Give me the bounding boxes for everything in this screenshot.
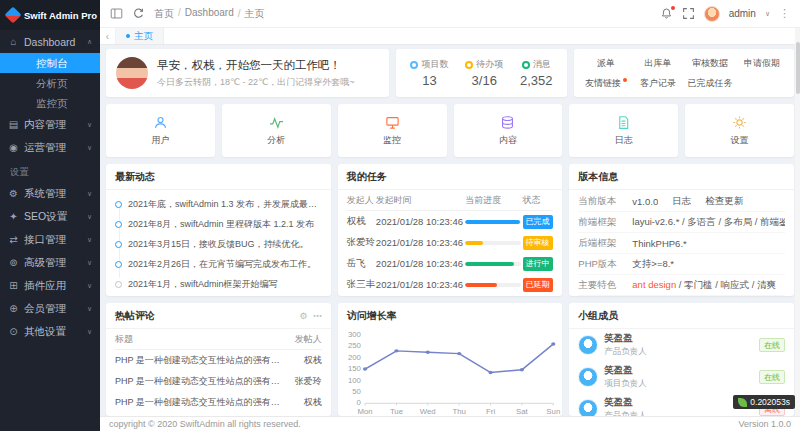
status-badge: 已完成	[523, 215, 553, 229]
sidebar-item-seo[interactable]: ✦ SEO设置 ∨	[0, 205, 100, 228]
username[interactable]: admin	[729, 8, 756, 19]
column-header: 标题	[115, 329, 288, 350]
more-options-icon[interactable]: ⋮	[779, 7, 790, 20]
quick-link[interactable]: 已完成任务	[684, 77, 736, 90]
table-row[interactable]: PHP 是一种创建动态交互性站点的强有力的服务器端脚本语言张爱玲	[115, 371, 322, 392]
news-item[interactable]: 2021年2月26日，在元宵节编写完成发布工作。	[115, 254, 322, 274]
table-row[interactable]: 张爱玲2021/01/28 10:23:46 待审核	[347, 232, 554, 253]
table-row[interactable]: PHP 是一种创建动态交互性站点的强有力的服务器端脚本语言权栈	[115, 392, 322, 413]
news-item[interactable]: 2021年3月15日，接收反馈BUG，持续优化。	[115, 234, 322, 254]
sidebar-item-label: 高级管理	[24, 256, 66, 270]
notifications-button[interactable]	[660, 7, 673, 20]
breadcrumb: 首页 Dashboard 主页	[154, 7, 264, 21]
fullscreen-icon[interactable]	[682, 7, 695, 20]
quick-link-friend-links[interactable]: 友情链接	[580, 77, 632, 90]
news-item[interactable]: 2021年1月，swiftAdmin框架开始编写	[115, 274, 322, 294]
table-row[interactable]: 岳飞2021/01/28 10:23:46 进行中	[347, 253, 554, 274]
sidebar-subitem-monitor[interactable]: 监控页	[0, 93, 100, 113]
sidebar-subitem-console[interactable]: 控制台	[0, 53, 100, 73]
logo-icon	[5, 7, 22, 24]
table-row[interactable]: 乔峰2021/01/28 10:23:45 未开始	[347, 295, 554, 296]
news-card-title: 最新动态	[106, 164, 331, 190]
sidebar-item-other[interactable]: ⊙ 其他设置 ∨	[0, 320, 100, 343]
sidebar-item-advanced[interactable]: ⊚ 高级管理 ∨	[0, 251, 100, 274]
shortcut-analysis[interactable]: 分析	[222, 104, 331, 157]
sidebar-item-content-mgmt[interactable]: ▤ 内容管理 ∨	[0, 113, 100, 136]
table-row[interactable]: 权栈2021/01/28 10:23:46 已完成	[347, 211, 554, 233]
status-badge: 已延期	[523, 278, 553, 292]
sidebar-item-plugins[interactable]: ⊞ 插件应用 ∨	[0, 274, 100, 297]
timeline-dot-icon	[115, 281, 122, 288]
quick-link[interactable]: 申请假期	[736, 57, 788, 70]
sidebar-item-system[interactable]: ⚙ 系统管理 ∨	[0, 182, 100, 205]
caret-down-icon: ∨	[765, 10, 770, 18]
seo-icon: ✦	[8, 211, 19, 222]
sidebar-item-api[interactable]: ⇄ 接口管理 ∨	[0, 228, 100, 251]
member-avatar	[578, 399, 598, 416]
sidebar: Swift Admin Pro ⌂ Dashboard ∧ 控制台 分析页 监控…	[0, 0, 100, 431]
profile-avatar[interactable]	[116, 57, 148, 89]
news-item[interactable]: 2021年底，swiftAdmin 1.3 发布，并发展成最受欢迎的极速开发框架…	[115, 194, 322, 214]
svg-text:Tue: Tue	[390, 409, 403, 416]
chevron-down-icon: ∨	[87, 236, 92, 244]
red-dot-badge	[623, 78, 627, 82]
scrollbar-thumb[interactable]	[796, 42, 800, 94]
sidebar-item-members[interactable]: ⊕ 会员管理 ∨	[0, 297, 100, 320]
chevron-down-icon: ∨	[87, 144, 92, 152]
collapse-sidebar-icon[interactable]	[110, 7, 123, 20]
topbar: 首页 Dashboard 主页 admin ∨ ⋮	[100, 0, 800, 28]
tasks-table: 发起人 发起时间 当前进度 状态 权栈2021/01/28 10:23:46 已…	[347, 190, 554, 296]
scrollbar[interactable]	[795, 28, 800, 431]
changelog-link[interactable]: 日志	[672, 195, 691, 208]
tasks-card-title: 我的任务	[338, 164, 563, 190]
sidebar-item-label: 运营管理	[24, 141, 66, 155]
member-avatar	[578, 367, 598, 387]
svg-text:50: 50	[352, 389, 361, 396]
breadcrumb-dashboard[interactable]: Dashboard	[178, 7, 234, 21]
column-header: 当前进度	[465, 190, 522, 211]
shortcut-logs[interactable]: 日志	[569, 104, 678, 157]
gear-icon[interactable]: ⚙	[300, 311, 308, 321]
news-card: 最新动态 2021年底，swiftAdmin 1.3 发布，并发展成最受欢迎的极…	[106, 164, 331, 296]
news-list: 2021年底，swiftAdmin 1.3 发布，并发展成最受欢迎的极速开发框架…	[106, 190, 331, 294]
svg-text:Wed: Wed	[419, 409, 435, 416]
status-badge: 待审核	[523, 236, 553, 250]
breadcrumb-home[interactable]: 首页	[154, 7, 174, 21]
table-row[interactable]: PHP 是一种创建动态交互性站点的强有力的服务器端脚本语言权栈	[115, 350, 322, 372]
progress-bar	[465, 262, 521, 266]
breadcrumb-current: 主页	[238, 7, 265, 21]
content-icon: ▤	[8, 119, 19, 130]
sidebar-nav: ⌂ Dashboard ∧ 控制台 分析页 监控页 ▤ 内容管理 ∨ ◉ 运营管…	[0, 30, 100, 343]
check-update-link[interactable]: 检查更新	[705, 195, 743, 208]
list-item[interactable]: 笑盈盈产品负责人 在线	[569, 329, 794, 361]
sidebar-subitem-analysis[interactable]: 分析页	[0, 73, 100, 93]
quick-link[interactable]: 审核数据	[684, 57, 736, 70]
growth-chart: 050100150200250300MonTueWedThuFriSatSun	[338, 328, 563, 416]
shortcut-content[interactable]: 内容	[454, 104, 563, 157]
logo[interactable]: Swift Admin Pro	[0, 0, 100, 30]
list-item[interactable]: 笑盈盈项目负责人 在线	[569, 361, 794, 393]
shortcut-users[interactable]: 用户	[106, 104, 215, 157]
progress-bar	[465, 220, 521, 224]
quick-link[interactable]: 客户记录	[632, 77, 684, 90]
timeline-dot-icon	[115, 201, 122, 208]
quick-link[interactable]: 派单	[580, 57, 632, 70]
topbar-actions: admin ∨ ⋮	[660, 6, 790, 22]
timeline-dot-icon	[115, 261, 122, 268]
shortcut-settings[interactable]: 设置	[685, 104, 794, 157]
tab-home[interactable]: 主页	[116, 28, 164, 44]
tab-scroll-left-icon[interactable]: ‹	[100, 28, 116, 44]
chevron-up-icon: ∧	[87, 38, 92, 46]
column-header: 发帖人	[288, 329, 322, 350]
refresh-icon[interactable]	[132, 7, 145, 20]
team-card-title: 小组成员	[569, 303, 794, 329]
quick-link[interactable]: 出库单	[632, 57, 684, 70]
news-item[interactable]: 2021年8月，swiftAdmin 里程碑版本 1.2.1 发布	[115, 214, 322, 234]
shortcut-monitor[interactable]: 监控	[338, 104, 447, 157]
chevron-down-icon: ∨	[87, 190, 92, 198]
sidebar-item-operations[interactable]: ◉ 运营管理 ∨	[0, 136, 100, 159]
sidebar-item-dashboard[interactable]: ⌂ Dashboard ∧	[0, 30, 100, 53]
user-avatar[interactable]	[704, 6, 720, 22]
table-row[interactable]: 张三丰2021/01/28 10:23:46 已延期	[347, 274, 554, 295]
more-icon[interactable]: ⋯	[313, 311, 322, 321]
